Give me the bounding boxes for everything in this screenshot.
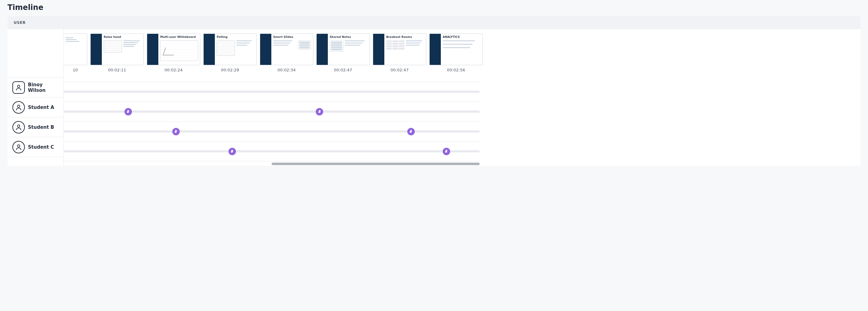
raise-hand-icon <box>409 129 413 133</box>
avatar <box>12 101 25 114</box>
raise-hand-marker[interactable] <box>124 108 132 116</box>
slide-timestamp: 00:02:29 <box>221 68 239 72</box>
user-icon <box>15 144 22 151</box>
user-row: Student A <box>7 97 63 117</box>
user-name: Student A <box>28 104 54 110</box>
user-name: Student B <box>28 124 54 130</box>
timeline-track <box>64 91 479 93</box>
user-row: Student C <box>7 137 63 157</box>
user-icon <box>15 124 22 131</box>
timeline-lane <box>64 82 479 102</box>
user-name: Student C <box>28 144 54 150</box>
raise-hand-marker[interactable] <box>228 148 236 155</box>
timeline-scroll-area[interactable]: 10Raise hand00:02:11Multi-user Whiteboar… <box>64 29 861 166</box>
scrollbar-thumb[interactable] <box>272 163 479 165</box>
avatar <box>12 141 25 153</box>
user-column-spacer <box>7 29 63 77</box>
slide-timestamp: 00:02:56 <box>447 68 465 72</box>
user-icon <box>15 104 22 111</box>
raise-hand-marker[interactable] <box>407 128 415 135</box>
timeline-lane <box>64 102 479 122</box>
slide-title: Raise hand <box>104 36 142 39</box>
raise-hand-icon <box>318 110 321 114</box>
slide-timestamp: 00:02:47 <box>334 68 352 72</box>
horizontal-scrollbar[interactable] <box>64 161 479 166</box>
raise-hand-icon <box>230 149 234 153</box>
user-icon <box>15 84 22 91</box>
slide-title: ANALYTICS <box>443 36 480 39</box>
slide-timestamp: 10 <box>73 68 78 72</box>
slide-thumbnail-row: 10Raise hand00:02:11Multi-user Whiteboar… <box>64 29 479 82</box>
raise-hand-marker[interactable] <box>172 128 180 135</box>
slide-title: Smart Slides <box>273 36 311 39</box>
slide-thumbnail[interactable]: 10 <box>64 33 87 72</box>
slide-title: Polling <box>217 36 254 39</box>
user-row: Binoy Wilson <box>7 77 63 97</box>
slide-timestamp: 00:02:24 <box>164 68 183 72</box>
user-row: Student B <box>7 117 63 137</box>
slide-thumbnail[interactable]: ANALYTICS00:02:56 <box>430 33 483 72</box>
avatar <box>12 121 25 133</box>
user-column: Binoy WilsonStudent AStudent BStudent C <box>7 29 64 166</box>
slide-title: Shared Notes <box>330 36 368 39</box>
user-name: Binoy Wilson <box>28 82 58 93</box>
slide-timestamp: 00:02:11 <box>108 68 126 72</box>
timeline-track <box>64 150 479 152</box>
timeline-lane <box>64 122 479 142</box>
timeline-track <box>64 130 479 132</box>
slide-title: Multi-user Whiteboard <box>160 36 198 39</box>
timeline-panel: USER Binoy WilsonStudent AStudent BStude… <box>7 16 861 166</box>
slide-thumbnail[interactable]: Smart Slides00:02:34 <box>260 33 313 72</box>
timeline-column-header: USER <box>7 16 861 29</box>
slide-thumbnail[interactable]: Raise hand00:02:11 <box>91 33 144 72</box>
raise-hand-icon <box>444 149 448 153</box>
page-title: Timeline <box>7 3 861 12</box>
slide-thumbnail[interactable]: Breakout Rooms00:02:47 <box>373 33 426 72</box>
slide-thumbnail[interactable]: Shared Notes00:02:47 <box>317 33 369 72</box>
raise-hand-marker[interactable] <box>316 108 323 116</box>
raise-hand-marker[interactable] <box>443 148 450 155</box>
raise-hand-icon <box>126 110 130 114</box>
slide-thumbnail[interactable]: Polling00:02:29 <box>204 33 256 72</box>
raise-hand-icon <box>174 129 178 133</box>
slide-timestamp: 00:02:34 <box>278 68 296 72</box>
slide-title: Breakout Rooms <box>386 36 424 39</box>
slide-thumbnail[interactable]: Multi-user Whiteboard00:02:24 <box>147 33 200 72</box>
timeline-lane <box>64 142 479 161</box>
slide-timestamp: 00:02:47 <box>391 68 408 72</box>
avatar <box>12 81 25 94</box>
